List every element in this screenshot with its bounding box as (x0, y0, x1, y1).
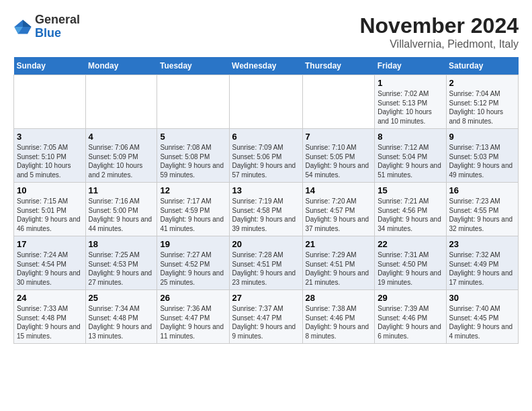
day-info: Sunrise: 7:12 AM Sunset: 5:04 PM Dayligh… (378, 143, 443, 179)
header-day: Tuesday (157, 57, 229, 75)
calendar-cell: 4Sunrise: 7:06 AM Sunset: 5:09 PM Daylig… (85, 129, 157, 183)
day-number: 4 (89, 132, 154, 142)
day-number: 2 (449, 78, 516, 88)
day-info: Sunrise: 7:08 AM Sunset: 5:08 PM Dayligh… (160, 143, 226, 179)
day-info: Sunrise: 7:29 AM Sunset: 4:51 PM Dayligh… (306, 250, 372, 287)
calendar-week: 24Sunrise: 7:33 AM Sunset: 4:48 PM Dayli… (14, 290, 519, 344)
calendar-cell: 9Sunrise: 7:13 AM Sunset: 5:03 PM Daylig… (446, 129, 519, 183)
calendar-week: 17Sunrise: 7:24 AM Sunset: 4:54 PM Dayli… (14, 236, 519, 290)
day-info: Sunrise: 7:17 AM Sunset: 4:59 PM Dayligh… (160, 197, 226, 233)
calendar-cell: 20Sunrise: 7:28 AM Sunset: 4:51 PM Dayli… (229, 236, 302, 290)
calendar-cell: 22Sunrise: 7:31 AM Sunset: 4:50 PM Dayli… (375, 236, 446, 290)
calendar-cell: 19Sunrise: 7:27 AM Sunset: 4:52 PM Dayli… (157, 236, 229, 290)
day-number: 6 (232, 132, 300, 142)
header-day: Saturday (446, 57, 519, 75)
calendar-cell (14, 75, 86, 129)
day-number: 10 (17, 185, 83, 195)
day-info: Sunrise: 7:37 AM Sunset: 4:47 PM Dayligh… (232, 304, 300, 340)
calendar-cell: 11Sunrise: 7:16 AM Sunset: 5:00 PM Dayli… (85, 183, 157, 236)
logo-icon (13, 17, 32, 36)
day-number: 3 (17, 132, 83, 142)
logo: General Blue (13, 13, 80, 40)
calendar-cell: 26Sunrise: 7:36 AM Sunset: 4:47 PM Dayli… (157, 290, 229, 344)
calendar-cell: 23Sunrise: 7:32 AM Sunset: 4:49 PM Dayli… (446, 236, 519, 290)
calendar-cell: 8Sunrise: 7:12 AM Sunset: 5:04 PM Daylig… (375, 129, 446, 183)
day-info: Sunrise: 7:25 AM Sunset: 4:53 PM Dayligh… (89, 250, 154, 287)
calendar-cell (85, 75, 157, 129)
calendar-cell: 14Sunrise: 7:20 AM Sunset: 4:57 PM Dayli… (302, 183, 375, 236)
calendar-week: 3Sunrise: 7:05 AM Sunset: 5:10 PM Daylig… (14, 129, 519, 183)
calendar-cell: 18Sunrise: 7:25 AM Sunset: 4:53 PM Dayli… (85, 236, 157, 290)
calendar-cell: 1Sunrise: 7:02 AM Sunset: 5:13 PM Daylig… (375, 75, 446, 129)
day-number: 25 (89, 293, 154, 303)
day-number: 27 (232, 293, 300, 303)
calendar-cell: 24Sunrise: 7:33 AM Sunset: 4:48 PM Dayli… (14, 290, 86, 344)
day-info: Sunrise: 7:39 AM Sunset: 4:46 PM Dayligh… (378, 304, 443, 340)
day-info: Sunrise: 7:27 AM Sunset: 4:52 PM Dayligh… (160, 250, 226, 287)
header-day: Sunday (14, 57, 86, 75)
calendar-cell: 6Sunrise: 7:09 AM Sunset: 5:06 PM Daylig… (229, 129, 302, 183)
header-day: Thursday (302, 57, 375, 75)
day-info: Sunrise: 7:28 AM Sunset: 4:51 PM Dayligh… (232, 250, 300, 287)
calendar-cell: 15Sunrise: 7:21 AM Sunset: 4:56 PM Dayli… (375, 183, 446, 236)
calendar-cell: 10Sunrise: 7:15 AM Sunset: 5:01 PM Dayli… (14, 183, 86, 236)
header-day: Wednesday (229, 57, 302, 75)
day-info: Sunrise: 7:09 AM Sunset: 5:06 PM Dayligh… (232, 143, 300, 179)
day-info: Sunrise: 7:15 AM Sunset: 5:01 PM Dayligh… (17, 197, 83, 233)
day-number: 20 (232, 239, 300, 249)
calendar-week: 1Sunrise: 7:02 AM Sunset: 5:13 PM Daylig… (14, 75, 519, 129)
day-info: Sunrise: 7:05 AM Sunset: 5:10 PM Dayligh… (17, 143, 83, 179)
calendar-cell: 21Sunrise: 7:29 AM Sunset: 4:51 PM Dayli… (302, 236, 375, 290)
calendar-cell (302, 75, 375, 129)
day-info: Sunrise: 7:10 AM Sunset: 5:05 PM Dayligh… (306, 143, 372, 179)
day-number: 9 (449, 132, 516, 142)
day-number: 23 (449, 239, 516, 249)
calendar-cell: 17Sunrise: 7:24 AM Sunset: 4:54 PM Dayli… (14, 236, 86, 290)
day-info: Sunrise: 7:06 AM Sunset: 5:09 PM Dayligh… (89, 143, 154, 179)
calendar-cell: 13Sunrise: 7:19 AM Sunset: 4:58 PM Dayli… (229, 183, 302, 236)
day-info: Sunrise: 7:32 AM Sunset: 4:49 PM Dayligh… (449, 250, 516, 287)
day-number: 11 (89, 185, 154, 195)
day-info: Sunrise: 7:40 AM Sunset: 4:45 PM Dayligh… (449, 304, 516, 340)
calendar-cell: 16Sunrise: 7:23 AM Sunset: 4:55 PM Dayli… (446, 183, 519, 236)
day-number: 24 (17, 293, 83, 303)
day-number: 12 (160, 185, 226, 195)
calendar-cell: 2Sunrise: 7:04 AM Sunset: 5:12 PM Daylig… (446, 75, 519, 129)
day-number: 21 (306, 239, 372, 249)
day-info: Sunrise: 7:24 AM Sunset: 4:54 PM Dayligh… (17, 250, 83, 287)
day-info: Sunrise: 7:04 AM Sunset: 5:12 PM Dayligh… (449, 89, 516, 126)
day-info: Sunrise: 7:20 AM Sunset: 4:57 PM Dayligh… (306, 197, 372, 233)
calendar-cell: 25Sunrise: 7:34 AM Sunset: 4:48 PM Dayli… (85, 290, 157, 344)
logo-text: General Blue (35, 13, 80, 40)
day-number: 22 (378, 239, 443, 249)
day-info: Sunrise: 7:23 AM Sunset: 4:55 PM Dayligh… (449, 197, 516, 233)
day-number: 16 (449, 185, 516, 195)
main-title: November 2024 (359, 13, 519, 38)
day-info: Sunrise: 7:21 AM Sunset: 4:56 PM Dayligh… (378, 197, 443, 233)
day-number: 13 (232, 185, 300, 195)
calendar-header: SundayMondayTuesdayWednesdayThursdayFrid… (14, 57, 519, 75)
calendar-cell (229, 75, 302, 129)
calendar-body: 1Sunrise: 7:02 AM Sunset: 5:13 PM Daylig… (14, 75, 519, 344)
day-info: Sunrise: 7:02 AM Sunset: 5:13 PM Dayligh… (378, 89, 443, 126)
day-number: 17 (17, 239, 83, 249)
day-info: Sunrise: 7:38 AM Sunset: 4:46 PM Dayligh… (306, 304, 372, 340)
day-number: 14 (306, 185, 372, 195)
day-number: 8 (378, 132, 443, 142)
day-info: Sunrise: 7:36 AM Sunset: 4:47 PM Dayligh… (160, 304, 226, 340)
title-block: November 2024 Villalvernia, Piedmont, It… (359, 13, 519, 50)
day-number: 30 (449, 293, 516, 303)
calendar-week: 10Sunrise: 7:15 AM Sunset: 5:01 PM Dayli… (14, 183, 519, 236)
day-info: Sunrise: 7:16 AM Sunset: 5:00 PM Dayligh… (89, 197, 154, 233)
svg-marker-1 (23, 19, 32, 27)
day-number: 28 (306, 293, 372, 303)
subtitle: Villalvernia, Piedmont, Italy (359, 38, 519, 50)
calendar-cell: 27Sunrise: 7:37 AM Sunset: 4:47 PM Dayli… (229, 290, 302, 344)
calendar-cell: 30Sunrise: 7:40 AM Sunset: 4:45 PM Dayli… (446, 290, 519, 344)
day-number: 15 (378, 185, 443, 195)
calendar-cell: 29Sunrise: 7:39 AM Sunset: 4:46 PM Dayli… (375, 290, 446, 344)
calendar-cell (157, 75, 229, 129)
day-info: Sunrise: 7:33 AM Sunset: 4:48 PM Dayligh… (17, 304, 83, 340)
calendar-cell: 28Sunrise: 7:38 AM Sunset: 4:46 PM Dayli… (302, 290, 375, 344)
calendar-cell: 3Sunrise: 7:05 AM Sunset: 5:10 PM Daylig… (14, 129, 86, 183)
